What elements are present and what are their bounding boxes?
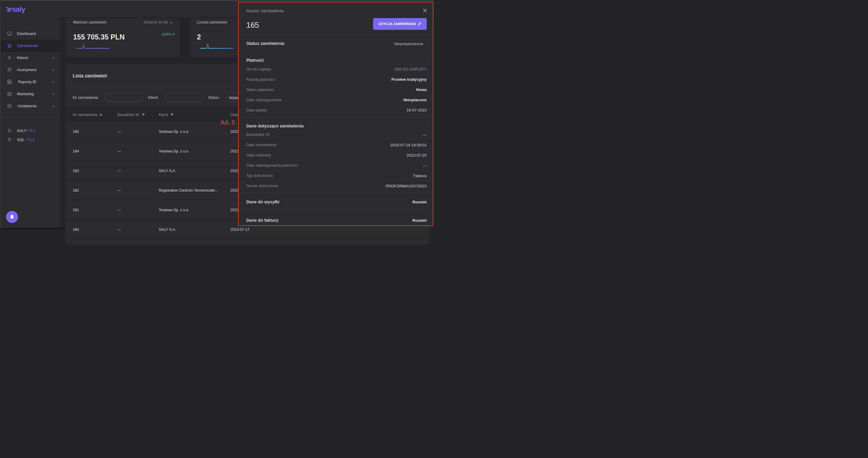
svg-text:Bi: Bi <box>8 80 11 84</box>
svg-text:saly: saly <box>12 5 25 13</box>
